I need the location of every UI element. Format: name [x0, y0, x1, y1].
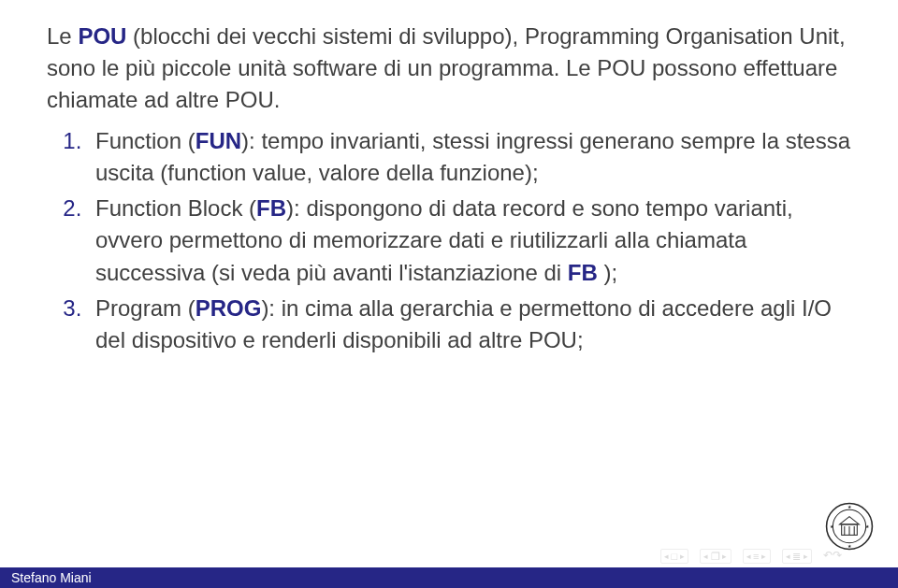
nav-next-section-icon: ▸ — [761, 552, 767, 561]
nav-frame-cluster[interactable]: ◂ ❐ ▸ — [700, 549, 731, 564]
nav-doc-cluster[interactable]: ◂ ≣ ▸ — [782, 549, 813, 564]
nav-section-cluster[interactable]: ◂ ≡ ▸ — [743, 549, 771, 564]
nav-symbols: ◂ □ ▸ ◂ ❐ ▸ ◂ ≡ ▸ ◂ ≣ ▸ ↶ ↷ — [660, 549, 842, 564]
enumerated-list: Function (FUN): tempo invarianti, stessi… — [47, 125, 851, 356]
nav-frame-icon: ❐ — [709, 552, 723, 562]
nav-back-icon: ↶ — [823, 549, 833, 562]
footer-author: Stefano Miani — [11, 570, 92, 585]
li2-bold2: FB — [568, 260, 598, 285]
nav-backforward[interactable]: ↶ ↷ — [823, 549, 842, 562]
list-item-1: Function (FUN): tempo invarianti, stessi… — [88, 125, 851, 189]
footer-bar: Stefano Miani — [0, 567, 898, 588]
nav-doc-icon: ≣ — [790, 552, 804, 562]
svg-text:★: ★ — [865, 524, 870, 529]
li3-lead: Program ( — [95, 295, 196, 321]
svg-text:★: ★ — [830, 524, 834, 529]
li1-lead: Function ( — [95, 128, 196, 153]
list-item-3: Program (PROG): in cima alla gerarchia e… — [88, 293, 851, 356]
nav-slide-icon: □ — [669, 552, 679, 562]
nav-forward-icon: ↷ — [833, 549, 842, 562]
nav-section-icon: ≡ — [751, 552, 761, 562]
svg-text:★: ★ — [847, 505, 852, 509]
list-item-2: Function Block (FB): dispongono di data … — [88, 193, 851, 288]
li2-bold: FB — [256, 195, 286, 221]
li2-lead: Function Block ( — [95, 195, 256, 221]
li1-bold: FUN — [196, 128, 241, 153]
slide: Le POU (blocchi dei vecchi sistemi di sv… — [0, 0, 898, 588]
intro-paragraph: Le POU (blocchi dei vecchi sistemi di sv… — [47, 21, 851, 116]
li3-bold: PROG — [196, 295, 262, 321]
nav-slide-cluster[interactable]: ◂ □ ▸ — [660, 549, 688, 564]
university-seal-icon: ★ ★ ★ ★ — [825, 502, 874, 551]
nav-next-frame-icon: ▸ — [722, 552, 728, 561]
li2-tail: ); — [598, 260, 617, 285]
nav-next-doc-icon: ▸ — [804, 552, 809, 561]
intro-rest: (blocchi dei vecchi sistemi di sviluppo)… — [47, 23, 846, 112]
intro-lead: Le — [47, 23, 78, 49]
intro-bold-pou: POU — [78, 23, 126, 49]
svg-text:★: ★ — [847, 544, 852, 549]
nav-next-slide-icon: ▸ — [680, 552, 686, 561]
